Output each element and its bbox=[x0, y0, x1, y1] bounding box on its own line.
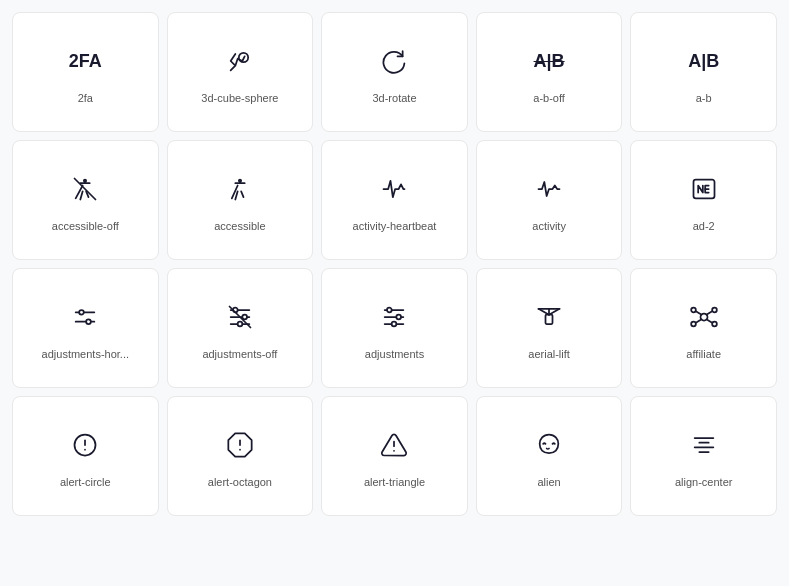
icon-alert-circle-symbol bbox=[71, 427, 99, 463]
icon-a-b-label: a-b bbox=[696, 91, 712, 105]
svg-line-24 bbox=[539, 309, 550, 315]
icon-adjustments[interactable]: adjustments bbox=[321, 268, 468, 388]
icon-activity-heartbeat-label: activity-heartbeat bbox=[353, 219, 437, 233]
icon-affiliate-label: affiliate bbox=[686, 347, 721, 361]
icon-a-b-off-symbol: A|B bbox=[534, 43, 565, 79]
icon-2fa-label: 2fa bbox=[78, 91, 93, 105]
icon-3d-cube-sphere[interactable]: 3d-cube-sphere bbox=[167, 12, 314, 132]
icon-alert-octagon[interactable]: alert-octagon bbox=[167, 396, 314, 516]
icon-ad-2-label: ad-2 bbox=[693, 219, 715, 233]
svg-point-13 bbox=[242, 315, 247, 320]
icon-adjustments-off[interactable]: adjustments-off bbox=[167, 268, 314, 388]
icon-activity-heartbeat-symbol bbox=[380, 171, 408, 207]
icon-grid: 2FA2fa3d-cube-sphere3d-rotateA|Ba-b-offA… bbox=[0, 0, 789, 528]
svg-point-14 bbox=[238, 322, 243, 327]
icon-aerial-lift[interactable]: aerial-lift bbox=[476, 268, 623, 388]
icon-adjustments-off-label: adjustments-off bbox=[202, 347, 277, 361]
icon-activity[interactable]: activity bbox=[476, 140, 623, 260]
icon-alert-triangle-symbol bbox=[380, 427, 408, 463]
icon-align-center-symbol bbox=[690, 427, 718, 463]
icon-3d-rotate[interactable]: 3d-rotate bbox=[321, 12, 468, 132]
icon-adjustments-label: adjustments bbox=[365, 347, 424, 361]
svg-rect-4 bbox=[693, 180, 714, 199]
icon-3d-cube-sphere-label: 3d-cube-sphere bbox=[201, 91, 278, 105]
icon-adjustments-hor-symbol bbox=[71, 299, 99, 335]
icon-2fa[interactable]: 2FA2fa bbox=[12, 12, 159, 132]
icon-a-b-off[interactable]: A|Ba-b-off bbox=[476, 12, 623, 132]
svg-line-25 bbox=[549, 309, 560, 315]
icon-accessible[interactable]: accessible bbox=[167, 140, 314, 260]
icon-a-b[interactable]: A|Ba-b bbox=[630, 12, 777, 132]
icon-3d-cube-sphere-symbol bbox=[226, 43, 254, 79]
icon-accessible-off-label: accessible-off bbox=[52, 219, 119, 233]
icon-align-center-label: align-center bbox=[675, 475, 732, 489]
icon-aerial-lift-label: aerial-lift bbox=[528, 347, 570, 361]
svg-point-20 bbox=[397, 315, 402, 320]
icon-alert-triangle[interactable]: alert-triangle bbox=[321, 396, 468, 516]
icon-accessible-off-symbol bbox=[71, 171, 99, 207]
icon-activity-label: activity bbox=[532, 219, 566, 233]
icon-affiliate[interactable]: affiliate bbox=[630, 268, 777, 388]
icon-accessible-off[interactable]: accessible-off bbox=[12, 140, 159, 260]
svg-point-8 bbox=[86, 319, 91, 324]
icon-activity-heartbeat[interactable]: activity-heartbeat bbox=[321, 140, 468, 260]
icon-alert-circle-label: alert-circle bbox=[60, 475, 111, 489]
icon-3d-rotate-symbol bbox=[380, 43, 408, 79]
icon-alert-octagon-symbol bbox=[226, 427, 254, 463]
icon-adjustments-hor[interactable]: adjustments-hor... bbox=[12, 268, 159, 388]
svg-point-7 bbox=[79, 310, 84, 315]
icon-3d-rotate-label: 3d-rotate bbox=[372, 91, 416, 105]
svg-line-32 bbox=[696, 311, 702, 315]
icon-ad-2[interactable]: ad-2 bbox=[630, 140, 777, 260]
icon-alien[interactable]: alien bbox=[476, 396, 623, 516]
svg-point-21 bbox=[392, 322, 397, 327]
icon-alien-symbol bbox=[535, 427, 563, 463]
svg-rect-22 bbox=[546, 315, 553, 324]
icon-activity-symbol bbox=[535, 171, 563, 207]
svg-point-19 bbox=[387, 308, 392, 313]
icon-2fa-symbol: 2FA bbox=[69, 43, 102, 79]
icon-alert-octagon-label: alert-octagon bbox=[208, 475, 272, 489]
icon-aerial-lift-symbol bbox=[535, 299, 563, 335]
icon-adjustments-hor-label: adjustments-hor... bbox=[42, 347, 129, 361]
svg-line-33 bbox=[706, 311, 712, 315]
icon-adjustments-symbol bbox=[380, 299, 408, 335]
icon-a-b-symbol: A|B bbox=[688, 43, 719, 79]
icon-alert-circle[interactable]: alert-circle bbox=[12, 396, 159, 516]
icon-adjustments-off-symbol bbox=[226, 299, 254, 335]
svg-line-35 bbox=[706, 319, 712, 323]
icon-accessible-symbol bbox=[226, 171, 254, 207]
icon-a-b-off-label: a-b-off bbox=[533, 91, 565, 105]
icon-affiliate-symbol bbox=[690, 299, 718, 335]
icon-align-center[interactable]: align-center bbox=[630, 396, 777, 516]
icon-accessible-label: accessible bbox=[214, 219, 265, 233]
icon-alien-label: alien bbox=[537, 475, 560, 489]
svg-line-34 bbox=[696, 319, 702, 323]
icon-alert-triangle-label: alert-triangle bbox=[364, 475, 425, 489]
icon-ad-2-symbol bbox=[690, 171, 718, 207]
